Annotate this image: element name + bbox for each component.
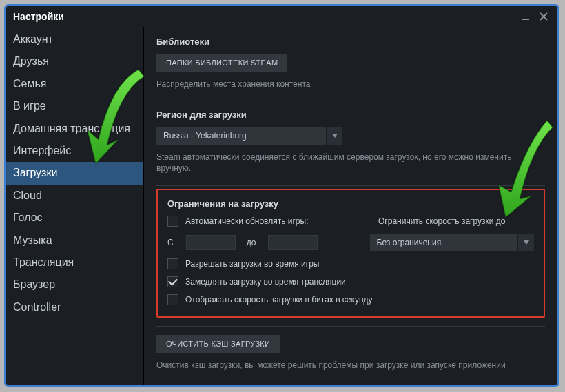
download-restrictions-section: Ограничения на загрузку Автоматически об…	[156, 189, 545, 318]
divider	[156, 326, 545, 327]
throttle-streaming-checkbox[interactable]	[167, 276, 178, 287]
allow-during-game-label: Разрешать загрузки во время игры	[185, 259, 319, 269]
sidebar-item-music[interactable]: Музыка	[6, 229, 143, 251]
show-bits-checkbox[interactable]	[167, 294, 178, 305]
libraries-desc: Распределить места хранения контента	[156, 79, 545, 90]
auto-update-checkbox[interactable]	[167, 216, 178, 227]
settings-main-panel: Библиотеки ПАПКИ БИБЛИОТЕКИ STEAM Распре…	[144, 27, 557, 385]
auto-update-label: Автоматически обновлять игры:	[185, 216, 308, 226]
close-button[interactable]	[537, 10, 551, 23]
chevron-down-icon	[517, 234, 534, 251]
sidebar-item-friends[interactable]: Друзья	[6, 50, 143, 72]
sidebar-item-downloads[interactable]: Загрузки	[6, 162, 143, 184]
sidebar-item-ingame[interactable]: В игре	[6, 95, 143, 117]
clear-cache-desc: Очистив кэш загрузки, вы можете решить п…	[156, 360, 545, 371]
allow-during-game-checkbox[interactable]	[167, 258, 178, 269]
restrictions-heading: Ограничения на загрузку	[167, 198, 534, 209]
sidebar-item-interface[interactable]: Интерфейс	[6, 140, 143, 162]
sidebar-item-account[interactable]: Аккаунт	[6, 28, 143, 50]
clear-cache-button[interactable]: ОЧИСТИТЬ КЭШ ЗАГРУЗКИ	[156, 335, 280, 353]
region-desc: Steam автоматически соединяется с ближай…	[156, 152, 545, 174]
sidebar-item-browser[interactable]: Браузер	[6, 274, 143, 296]
time-to-input[interactable]	[268, 235, 318, 250]
sidebar-item-voice[interactable]: Голос	[6, 207, 143, 229]
speed-limit-select[interactable]: Без ограничения	[370, 234, 534, 251]
limit-speed-label: Ограничить скорость загрузки до	[378, 216, 505, 226]
sidebar-item-cloud[interactable]: Cloud	[6, 185, 143, 207]
titlebar: Настройки	[6, 6, 557, 27]
sidebar-item-home-streaming[interactable]: Домашняя трансляция	[6, 118, 143, 140]
time-from-label: С	[167, 238, 174, 247]
libraries-heading: Библиотеки	[156, 37, 545, 47]
minimize-button[interactable]	[519, 10, 533, 23]
divider	[156, 101, 545, 101]
time-from-input[interactable]	[186, 235, 236, 250]
show-bits-label: Отображать скорость загрузки в битах в с…	[185, 295, 373, 305]
sidebar-item-family[interactable]: Семья	[6, 73, 143, 95]
divider	[156, 185, 545, 186]
speed-limit-value: Без ограничения	[370, 234, 517, 251]
sidebar-item-controller[interactable]: Controller	[6, 296, 143, 318]
time-to-label: до	[247, 238, 256, 247]
settings-window: Настройки Аккаунт Друзья Семья В игре До…	[4, 4, 559, 387]
download-region-select[interactable]: Russia - Yekaterinburg	[156, 127, 342, 145]
region-heading: Регион для загрузки	[156, 110, 545, 120]
download-region-value: Russia - Yekaterinburg	[156, 127, 326, 145]
window-title: Настройки	[13, 11, 64, 22]
sidebar-item-broadcast[interactable]: Трансляция	[6, 251, 143, 274]
library-folders-button[interactable]: ПАПКИ БИБЛИОТЕКИ STEAM	[156, 54, 287, 72]
chevron-down-icon	[326, 127, 342, 145]
settings-sidebar: Аккаунт Друзья Семья В игре Домашняя тра…	[6, 27, 144, 385]
throttle-streaming-label: Замедлять загрузку во время трансляции	[185, 277, 346, 287]
